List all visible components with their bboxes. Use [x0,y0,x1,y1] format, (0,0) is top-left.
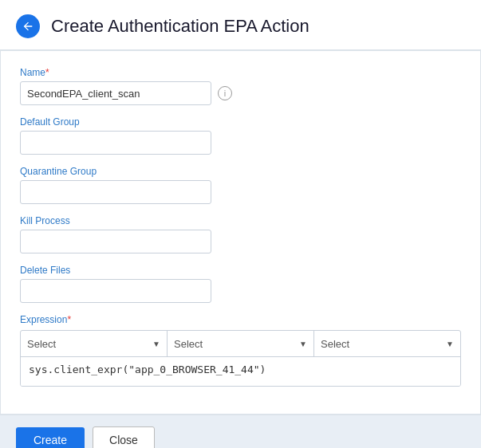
delete-files-group: Delete Files [20,265,461,303]
expression-container: Select ▼ Select ▼ Select ▼ sys.cl [20,330,461,387]
select-row: Select ▼ Select ▼ Select ▼ [21,331,460,357]
default-group-label: Default Group [20,116,461,128]
quarantine-group-label: Quarantine Group [20,166,461,177]
info-icon: i [218,86,232,100]
form-container: Name* i Default Group Quarantine Group K… [0,50,481,415]
select-wrapper-2[interactable]: Select ▼ [168,331,314,356]
page-header: Create Authentication EPA Action [0,0,481,50]
expression-text: sys.client_expr("app_0_BROWSER_41_44") [21,357,460,386]
select-wrapper-3[interactable]: Select ▼ [314,331,460,356]
expression-label: Expression* [20,314,461,325]
select-1[interactable]: Select [21,331,167,356]
quarantine-group-input[interactable] [20,180,211,204]
kill-process-label: Kill Process [20,215,461,226]
select-3[interactable]: Select [314,331,460,356]
default-group-group: Default Group [20,116,461,155]
quarantine-group-group: Quarantine Group [20,166,461,204]
expression-group: Expression* Select ▼ Select ▼ [20,314,461,387]
select-2[interactable]: Select [168,331,313,356]
footer: Create Close [0,415,481,448]
default-group-input[interactable] [20,131,211,155]
select-wrapper-1[interactable]: Select ▼ [21,331,168,356]
delete-files-input[interactable] [20,279,211,303]
create-button[interactable]: Create [16,427,85,448]
delete-files-label: Delete Files [20,265,461,276]
page-title: Create Authentication EPA Action [51,16,309,37]
name-input[interactable] [20,81,211,105]
name-row: i [20,81,461,105]
close-button[interactable]: Close [93,426,155,448]
kill-process-input[interactable] [20,230,211,253]
kill-process-group: Kill Process [20,215,461,253]
name-label: Name* [20,67,461,78]
back-button[interactable] [16,14,40,38]
name-group: Name* i [20,67,461,105]
